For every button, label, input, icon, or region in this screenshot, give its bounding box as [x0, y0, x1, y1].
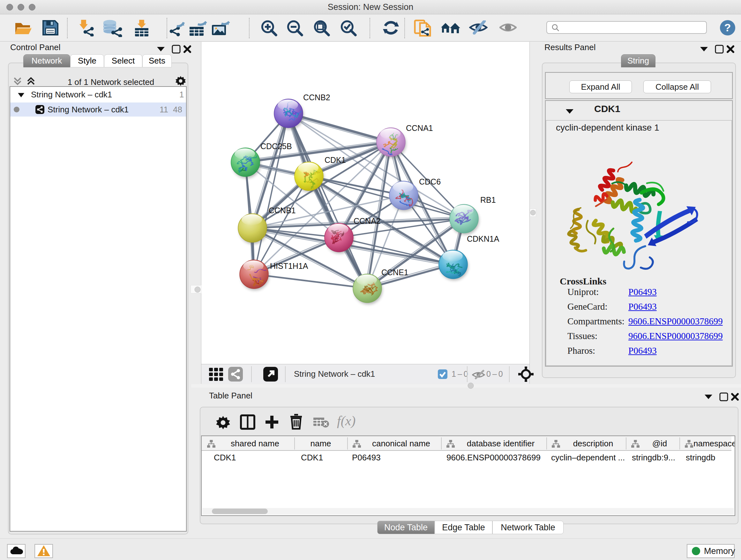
svg-text:?: ?: [724, 21, 731, 34]
svg-text:HIST1H1A: HIST1H1A: [270, 261, 308, 270]
svg-text:CCNB1: CCNB1: [269, 206, 296, 215]
svg-text:CDKN1A: CDKN1A: [467, 234, 499, 243]
svg-text:CCNB2: CCNB2: [303, 93, 330, 102]
svg-text:CDC25B: CDC25B: [260, 142, 292, 151]
svg-text:CCNA2: CCNA2: [354, 216, 381, 226]
svg-text:CCNE1: CCNE1: [381, 268, 408, 277]
svg-text:CCNA1: CCNA1: [406, 124, 433, 132]
svg-text:RB1: RB1: [480, 195, 496, 204]
svg-text:CDK1: CDK1: [325, 155, 346, 165]
svg-text:CDC6: CDC6: [419, 177, 441, 186]
